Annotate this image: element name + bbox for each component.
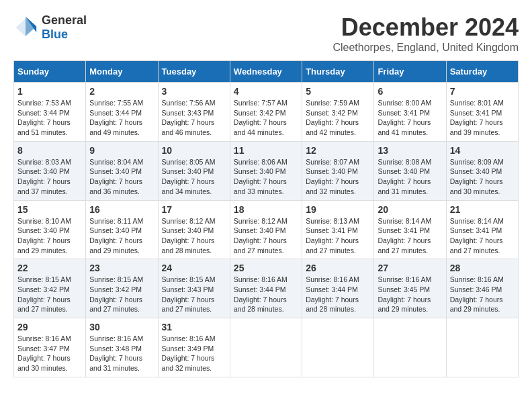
- calendar-cell: 30 Sunrise: 8:16 AM Sunset: 3:48 PM Dayl…: [86, 318, 158, 377]
- daylight-text: Daylight: 7 hours and 30 minutes.: [17, 353, 82, 373]
- day-number: 12: [306, 145, 370, 156]
- sunrise-text: Sunrise: 8:16 AM: [89, 334, 154, 344]
- calendar-cell: [374, 318, 446, 377]
- weekday-header: Saturday: [446, 61, 518, 83]
- calendar-cell: 23 Sunrise: 8:15 AM Sunset: 3:42 PM Dayl…: [86, 259, 158, 318]
- header: General Blue December 2024 Cleethorpes, …: [13, 13, 519, 54]
- daylight-text: Daylight: 7 hours and 46 minutes.: [162, 118, 226, 137]
- sunset-text: Sunset: 3:40 PM: [162, 167, 226, 177]
- sunset-text: Sunset: 3:41 PM: [378, 226, 442, 236]
- daylight-text: Daylight: 7 hours and 51 minutes.: [17, 118, 82, 137]
- day-number: 10: [162, 145, 226, 156]
- day-number: 11: [234, 145, 298, 156]
- calendar-cell: 18 Sunrise: 8:12 AM Sunset: 3:40 PM Dayl…: [230, 200, 302, 259]
- sunset-text: Sunset: 3:41 PM: [450, 226, 515, 236]
- sunrise-text: Sunrise: 8:09 AM: [450, 157, 515, 167]
- day-number: 13: [378, 145, 442, 156]
- sunrise-text: Sunrise: 8:05 AM: [162, 157, 226, 167]
- sunrise-text: Sunrise: 7:59 AM: [306, 98, 370, 108]
- day-number: 15: [17, 204, 82, 215]
- day-number: 9: [89, 145, 154, 156]
- calendar-cell: 20 Sunrise: 8:14 AM Sunset: 3:41 PM Dayl…: [374, 200, 446, 259]
- sunrise-text: Sunrise: 8:15 AM: [89, 275, 154, 285]
- day-number: 18: [234, 204, 298, 215]
- calendar-week-row: 1 Sunrise: 7:53 AM Sunset: 3:44 PM Dayli…: [14, 83, 519, 142]
- daylight-text: Daylight: 7 hours and 29 minutes.: [378, 295, 442, 314]
- day-number: 31: [162, 322, 226, 332]
- daylight-text: Daylight: 7 hours and 29 minutes.: [17, 236, 82, 255]
- calendar-week-row: 29 Sunrise: 8:16 AM Sunset: 3:47 PM Dayl…: [14, 318, 519, 377]
- sunset-text: Sunset: 3:42 PM: [17, 285, 82, 295]
- sunset-text: Sunset: 3:40 PM: [306, 167, 370, 177]
- sunrise-text: Sunrise: 8:15 AM: [162, 275, 226, 285]
- day-number: 5: [306, 86, 370, 97]
- weekday-header: Sunday: [14, 61, 86, 83]
- day-number: 8: [17, 145, 82, 156]
- daylight-text: Daylight: 7 hours and 39 minutes.: [450, 118, 515, 137]
- daylight-text: Daylight: 7 hours and 31 minutes.: [378, 177, 442, 196]
- sunset-text: Sunset: 3:44 PM: [306, 285, 370, 295]
- sunset-text: Sunset: 3:40 PM: [17, 167, 82, 177]
- sunrise-text: Sunrise: 8:16 AM: [306, 275, 370, 285]
- weekday-header: Friday: [374, 61, 446, 83]
- sunrise-text: Sunrise: 8:12 AM: [234, 216, 298, 226]
- calendar-cell: 8 Sunrise: 8:03 AM Sunset: 3:40 PM Dayli…: [14, 141, 86, 200]
- sunset-text: Sunset: 3:41 PM: [306, 226, 370, 236]
- title-area: December 2024 Cleethorpes, England, Unit…: [332, 13, 519, 54]
- day-number: 17: [162, 204, 226, 215]
- sunrise-text: Sunrise: 8:11 AM: [89, 216, 154, 226]
- sunrise-text: Sunrise: 8:07 AM: [306, 157, 370, 167]
- calendar-cell: 15 Sunrise: 8:10 AM Sunset: 3:40 PM Dayl…: [14, 200, 86, 259]
- daylight-text: Daylight: 7 hours and 27 minutes.: [450, 236, 515, 255]
- daylight-text: Daylight: 7 hours and 49 minutes.: [89, 118, 154, 137]
- sunrise-text: Sunrise: 8:00 AM: [378, 98, 442, 108]
- day-number: 27: [378, 263, 442, 273]
- sunset-text: Sunset: 3:45 PM: [378, 285, 442, 295]
- sunrise-text: Sunrise: 8:15 AM: [17, 275, 82, 285]
- month-title: December 2024: [332, 13, 519, 42]
- day-number: 26: [306, 263, 370, 273]
- sunset-text: Sunset: 3:44 PM: [89, 108, 154, 118]
- daylight-text: Daylight: 7 hours and 41 minutes.: [378, 118, 442, 137]
- daylight-text: Daylight: 7 hours and 30 minutes.: [450, 177, 515, 196]
- calendar-cell: 14 Sunrise: 8:09 AM Sunset: 3:40 PM Dayl…: [446, 141, 518, 200]
- calendar-cell: [230, 318, 302, 377]
- sunset-text: Sunset: 3:44 PM: [17, 108, 82, 118]
- daylight-text: Daylight: 7 hours and 27 minutes.: [306, 236, 370, 255]
- calendar-cell: 17 Sunrise: 8:12 AM Sunset: 3:40 PM Dayl…: [158, 200, 230, 259]
- day-number: 4: [234, 86, 298, 97]
- header-row: SundayMondayTuesdayWednesdayThursdayFrid…: [14, 61, 519, 83]
- weekday-header: Tuesday: [158, 61, 230, 83]
- sunrise-text: Sunrise: 8:03 AM: [17, 157, 82, 167]
- sunset-text: Sunset: 3:46 PM: [450, 285, 515, 295]
- daylight-text: Daylight: 7 hours and 28 minutes.: [306, 295, 370, 314]
- sunset-text: Sunset: 3:49 PM: [162, 344, 226, 354]
- day-number: 25: [234, 263, 298, 273]
- day-number: 3: [162, 86, 226, 97]
- sunset-text: Sunset: 3:40 PM: [89, 167, 154, 177]
- calendar-cell: 1 Sunrise: 7:53 AM Sunset: 3:44 PM Dayli…: [14, 83, 86, 142]
- calendar-week-row: 8 Sunrise: 8:03 AM Sunset: 3:40 PM Dayli…: [14, 141, 519, 200]
- calendar-cell: 3 Sunrise: 7:56 AM Sunset: 3:43 PM Dayli…: [158, 83, 230, 142]
- daylight-text: Daylight: 7 hours and 36 minutes.: [89, 177, 154, 196]
- sunrise-text: Sunrise: 8:16 AM: [450, 275, 515, 285]
- day-number: 29: [17, 322, 82, 332]
- sunset-text: Sunset: 3:44 PM: [234, 285, 298, 295]
- sunrise-text: Sunrise: 8:12 AM: [162, 216, 226, 226]
- day-number: 24: [162, 263, 226, 273]
- day-number: 23: [89, 263, 154, 273]
- logo-icon: [13, 15, 38, 40]
- day-number: 7: [450, 86, 515, 97]
- daylight-text: Daylight: 7 hours and 27 minutes.: [162, 295, 226, 314]
- day-number: 19: [306, 204, 370, 215]
- sunset-text: Sunset: 3:47 PM: [17, 344, 82, 354]
- day-number: 22: [17, 263, 82, 273]
- day-number: 21: [450, 204, 515, 215]
- sunrise-text: Sunrise: 8:16 AM: [378, 275, 442, 285]
- sunset-text: Sunset: 3:40 PM: [378, 167, 442, 177]
- calendar-cell: 9 Sunrise: 8:04 AM Sunset: 3:40 PM Dayli…: [86, 141, 158, 200]
- daylight-text: Daylight: 7 hours and 33 minutes.: [234, 177, 298, 196]
- calendar-cell: 2 Sunrise: 7:55 AM Sunset: 3:44 PM Dayli…: [86, 83, 158, 142]
- calendar-cell: 10 Sunrise: 8:05 AM Sunset: 3:40 PM Dayl…: [158, 141, 230, 200]
- weekday-header: Thursday: [302, 61, 374, 83]
